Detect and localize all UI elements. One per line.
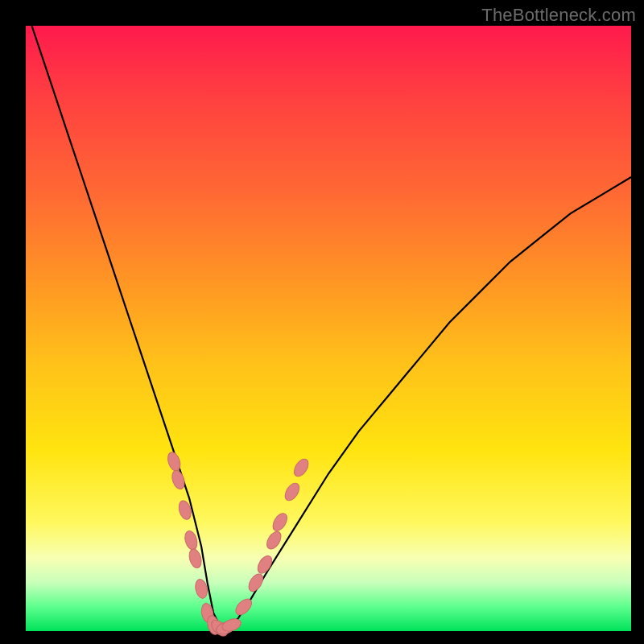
plot-area (26, 26, 631, 631)
marker-dot (188, 547, 204, 569)
marker-dot (170, 469, 187, 490)
marker-dot (246, 572, 266, 594)
chart-svg (26, 26, 631, 631)
marker-dot (291, 456, 312, 479)
bottleneck-curve (32, 26, 632, 625)
curve-markers (166, 451, 312, 639)
marker-dot (264, 529, 283, 551)
chart-frame: TheBottleneck.com (0, 0, 644, 644)
marker-dot (283, 481, 303, 503)
watermark-text: TheBottleneck.com (481, 5, 636, 26)
marker-dot (183, 530, 199, 551)
marker-dot (270, 511, 290, 534)
